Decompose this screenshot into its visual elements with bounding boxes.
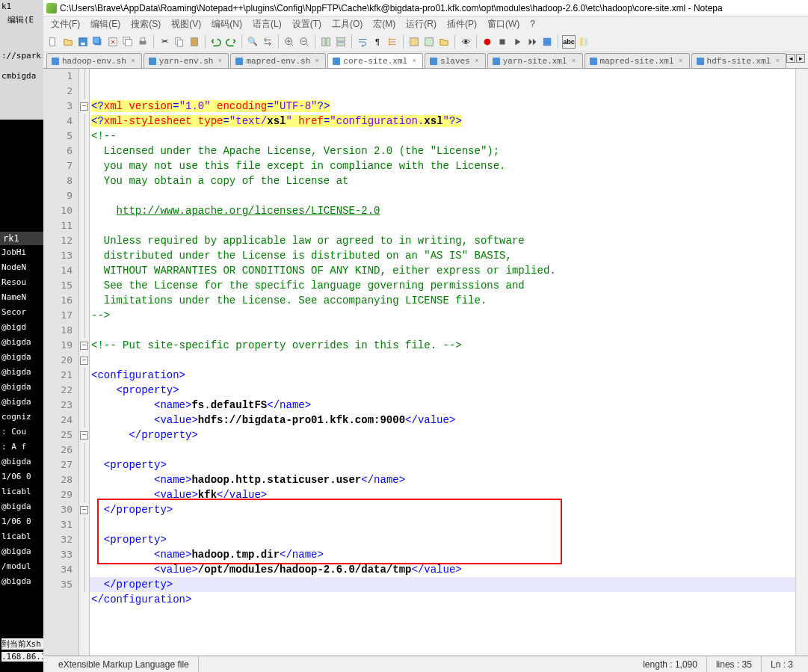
menu-item[interactable]: 搜索(S) — [126, 16, 165, 32]
svg-rect-9 — [141, 37, 144, 40]
svg-rect-25 — [585, 37, 588, 46]
zoom-out-icon[interactable] — [297, 35, 311, 49]
code-content[interactable]: <?xml version="1.0" encoding="UTF-8"?><?… — [90, 69, 795, 656]
file-icon — [590, 58, 597, 65]
menu-item[interactable]: 宏(M) — [368, 16, 400, 32]
file-tab[interactable]: core-site.xml× — [327, 53, 423, 68]
file-icon — [697, 58, 704, 65]
zoom-in-icon[interactable] — [283, 35, 296, 49]
tab-close-icon[interactable]: × — [774, 58, 781, 65]
file-tab[interactable]: hdfs-site.xml× — [691, 53, 787, 68]
new-file-icon[interactable] — [46, 35, 60, 49]
tab-label: mapred-site.xml — [600, 57, 674, 66]
svg-rect-2 — [81, 42, 84, 45]
file-icon — [149, 58, 156, 65]
menu-item[interactable]: 语言(L) — [248, 16, 286, 32]
bg-menu: 编辑(E — [0, 13, 43, 27]
file-tab[interactable]: mapred-env.sh× — [230, 53, 326, 68]
svg-point-21 — [484, 38, 491, 45]
tab-label: slaves — [440, 57, 470, 66]
tab-close-icon[interactable]: × — [129, 58, 137, 65]
svg-rect-23 — [543, 37, 552, 46]
sync-v-icon[interactable] — [319, 35, 333, 49]
status-ln: Ln : 3 — [762, 656, 802, 672]
bg-tab: k1 — [0, 0, 43, 13]
menu-item[interactable]: 编辑(E) — [86, 16, 125, 32]
menu-item[interactable]: 设置(T) — [288, 16, 326, 32]
tab-close-icon[interactable]: × — [677, 58, 685, 65]
tab-label: core-site.xml — [343, 57, 407, 66]
tab-strip[interactable]: hadoop-env.sh×yarn-env.sh×mapred-env.sh×… — [43, 52, 808, 69]
close-all-icon[interactable] — [121, 35, 135, 49]
bg-tab-active: rk1 — [0, 232, 43, 245]
redo-icon[interactable] — [224, 35, 238, 49]
menu-item[interactable]: 编码(N) — [207, 16, 247, 32]
play-multi-icon[interactable] — [525, 35, 539, 49]
vertical-scrollbar[interactable] — [795, 69, 808, 656]
show-all-icon[interactable]: ¶ — [371, 35, 384, 49]
open-file-icon[interactable] — [61, 35, 75, 49]
editor[interactable]: 1234567891011121314151617181920212223242… — [43, 69, 808, 656]
indent-guide-icon[interactable] — [386, 35, 399, 49]
func-list-icon[interactable] — [422, 35, 436, 49]
background-terminal: k1 编辑(E ://spark: cmbigda rk1 JobHiNodeN… — [0, 0, 43, 672]
fold-column[interactable] — [79, 69, 90, 656]
window-title: C:\Users\Brave\AppData\Roaming\Notepad++… — [60, 3, 723, 13]
play-icon[interactable] — [511, 35, 524, 49]
replace-icon[interactable] — [261, 35, 274, 49]
record-icon[interactable] — [481, 35, 494, 49]
print-icon[interactable] — [136, 35, 149, 49]
sync-h-icon[interactable] — [334, 35, 348, 49]
bg-text: cmbigda — [0, 70, 43, 82]
status-bar: eXtensible Markup Language file length :… — [43, 656, 808, 672]
tab-prev-icon[interactable]: ◂ — [786, 54, 795, 63]
app-icon — [46, 3, 57, 13]
toolbar[interactable]: ✂ 🔍 ¶ 👁 abc — [43, 31, 808, 52]
wrap-icon[interactable] — [356, 35, 369, 49]
menu-bar[interactable]: 文件(F)编辑(E)搜索(S)视图(V)编码(N)语言(L)设置(T)工具(O)… — [43, 16, 808, 31]
status-lines: lines : 35 — [707, 656, 762, 672]
bg-ip: .168.86.15 — [1, 652, 43, 662]
file-tab[interactable]: hadoop-env.sh× — [46, 53, 142, 68]
menu-item[interactable]: 运行(R) — [401, 16, 441, 32]
doc-map-icon[interactable] — [577, 35, 590, 49]
copy-icon[interactable] — [173, 35, 186, 49]
menu-item[interactable]: ? — [525, 17, 540, 31]
spellcheck-icon[interactable]: abc — [562, 35, 576, 49]
monitor-icon[interactable]: 👁 — [459, 35, 472, 49]
paste-icon[interactable] — [188, 35, 201, 49]
close-icon[interactable] — [106, 35, 120, 49]
file-tab[interactable]: mapred-site.xml× — [585, 53, 690, 68]
menu-item[interactable]: 窗口(W) — [483, 16, 524, 32]
save-icon[interactable] — [76, 35, 90, 49]
cut-icon[interactable]: ✂ — [158, 35, 171, 49]
menu-item[interactable]: 插件(P) — [442, 16, 481, 32]
menu-item[interactable]: 文件(F) — [46, 16, 84, 32]
file-icon — [235, 58, 243, 65]
tab-close-icon[interactable]: × — [410, 58, 418, 65]
tab-close-icon[interactable]: × — [473, 58, 481, 65]
menu-item[interactable]: 视图(V) — [167, 16, 206, 32]
tab-label: hadoop-env.sh — [62, 57, 126, 66]
tab-close-icon[interactable]: × — [570, 58, 578, 65]
tab-close-icon[interactable]: × — [216, 58, 223, 65]
svg-rect-15 — [322, 37, 325, 46]
tab-next-icon[interactable]: ▸ — [796, 54, 805, 63]
lang-icon[interactable] — [407, 35, 421, 49]
file-tab[interactable]: slaves× — [425, 53, 486, 68]
tab-nav[interactable]: ◂ ▸ — [786, 54, 805, 63]
undo-icon[interactable] — [209, 35, 223, 49]
file-icon — [493, 58, 500, 65]
save-macro-icon[interactable] — [540, 35, 554, 49]
folder-icon[interactable] — [437, 35, 451, 49]
stop-icon[interactable] — [496, 35, 509, 49]
file-tab[interactable]: yarn-site.xml× — [487, 53, 583, 68]
file-tab[interactable]: yarn-env.sh× — [144, 53, 229, 68]
notepad-window: C:\Users\Brave\AppData\Roaming\Notepad++… — [43, 0, 808, 672]
menu-item[interactable]: 工具(O) — [327, 16, 367, 32]
find-icon[interactable]: 🔍 — [246, 35, 259, 49]
save-all-icon[interactable] — [91, 35, 105, 49]
svg-rect-7 — [126, 39, 132, 46]
line-number-gutter: 1234567891011121314151617181920212223242… — [43, 69, 79, 656]
tab-close-icon[interactable]: × — [313, 58, 321, 65]
